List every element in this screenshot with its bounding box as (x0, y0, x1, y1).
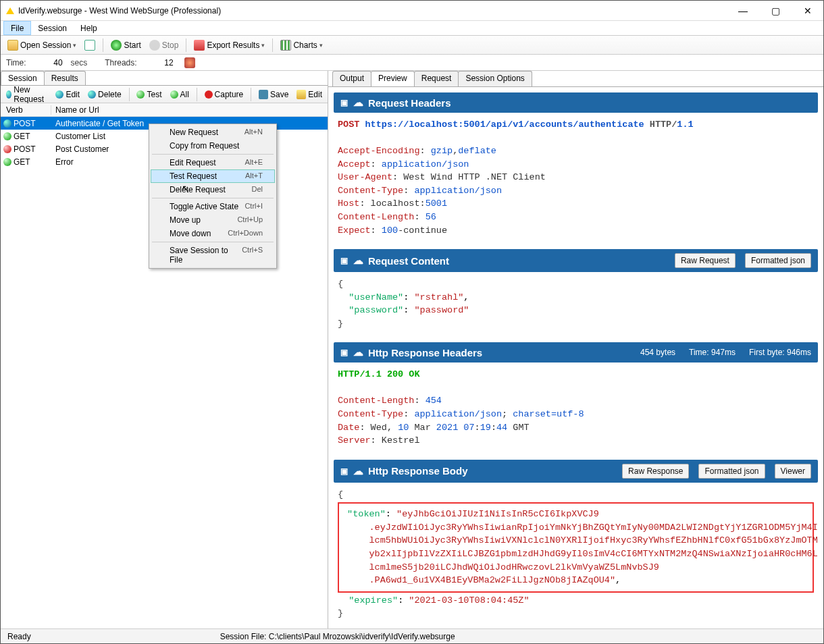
response-headers-code: HTTP/1.1 200 OK Content-Length: 454 Cont… (334, 363, 818, 454)
globe-icon (3, 119, 11, 128)
status-session-file: Session File: C:\clients\Paul Mrozowski\… (220, 632, 455, 641)
token-highlight-box: "token": "eyJhbGciOiJIUzI1NiIsInR5cCI6Ik… (338, 502, 814, 592)
collapse-icon[interactable]: ▣ (340, 348, 348, 357)
globe-icon (88, 90, 96, 99)
formatted-json-button[interactable]: Formatted json (698, 464, 765, 479)
tab-output[interactable]: Output (332, 71, 371, 86)
separator (152, 242, 274, 242)
recent-button[interactable] (82, 38, 98, 52)
globe-icon (55, 90, 63, 99)
minimize-button[interactable]: — (733, 5, 753, 16)
stop-icon (149, 40, 160, 51)
viewer-button[interactable]: Viewer (775, 464, 811, 479)
collapse-icon[interactable]: ▣ (340, 466, 348, 476)
separator (251, 88, 251, 101)
globe-icon (136, 90, 145, 99)
globe-icon (3, 158, 11, 166)
time-unit: secs (71, 58, 88, 68)
formatted-json-button[interactable]: Formatted json (745, 253, 811, 268)
raw-response-button[interactable]: Raw Response (622, 464, 689, 479)
save-button[interactable]: Save (256, 88, 291, 101)
threads-value[interactable]: 12 (143, 58, 176, 68)
window-title: IdVerify.websurge - West Wind WebSurge (… (18, 6, 733, 16)
chevron-down-icon: ▾ (319, 42, 323, 49)
tab-request[interactable]: Request (414, 71, 459, 86)
all-label: All (180, 90, 189, 99)
collapse-icon[interactable]: ▣ (340, 256, 348, 265)
delete-label: Delete (98, 90, 122, 99)
separator (186, 38, 186, 52)
ctx-move-down[interactable]: Move downCtrl+Down (151, 227, 275, 240)
preview-content[interactable]: ▣ ☁ Request Headers POST https://localho… (328, 87, 823, 628)
ctx-move-up[interactable]: Move upCtrl+Up (151, 213, 275, 227)
col-name[interactable]: Name or Url (51, 105, 328, 115)
test-button[interactable]: Test (134, 88, 164, 101)
cloud-download-icon: ☁ (353, 465, 363, 477)
ctx-toggle-active[interactable]: Toggle Active StateCtrl+I (151, 200, 275, 213)
chevron-down-icon: ▾ (261, 42, 265, 49)
start-button[interactable]: Start (108, 38, 143, 52)
ctx-test-request[interactable]: Test RequestAlt+T (151, 169, 275, 183)
gear-icon[interactable] (184, 57, 195, 68)
export-results-button[interactable]: Export Results▾ (191, 38, 267, 52)
maximize-button[interactable]: ▢ (765, 5, 786, 16)
menu-file[interactable]: File (3, 21, 31, 35)
globe-icon (3, 145, 11, 153)
capture-label: Capture (215, 90, 244, 99)
menubar: File Session Help (1, 21, 823, 36)
separator (197, 88, 197, 101)
verb-cell: GET (14, 157, 30, 167)
edit-file-button[interactable]: Edit (294, 88, 325, 101)
verb-cell: GET (14, 132, 30, 141)
raw-request-button[interactable]: Raw Request (675, 253, 736, 268)
main-split: Session Results New Request Edit Delete … (1, 71, 823, 628)
request-body-code: { "userName": "rstrahl", "password": "pa… (334, 272, 818, 337)
ctx-delete-request[interactable]: Delete RequestDel (151, 183, 275, 196)
ctx-new-request[interactable]: New RequestAlt+N (151, 126, 275, 139)
tab-preview[interactable]: Preview (371, 71, 415, 86)
capture-button[interactable]: Capture (202, 88, 247, 101)
stop-button[interactable]: Stop (147, 38, 182, 52)
col-verb[interactable]: Verb (1, 105, 51, 115)
test-label: Test (147, 90, 161, 99)
left-pane: Session Results New Request Edit Delete … (1, 71, 328, 628)
menu-session[interactable]: Session (31, 21, 74, 35)
all-button[interactable]: All (168, 88, 192, 101)
close-button[interactable]: ✕ (798, 5, 818, 16)
statusbar: Ready Session File: C:\clients\Paul Mroz… (1, 628, 823, 643)
new-request-button[interactable]: New Request (3, 84, 50, 105)
collapse-icon[interactable]: ▣ (340, 98, 348, 107)
charts-button[interactable]: Charts▾ (278, 38, 325, 52)
record-icon (205, 90, 213, 99)
ctx-copy-from-request[interactable]: Copy from Request (151, 139, 275, 153)
cloud-download-icon: ☁ (353, 254, 363, 267)
section-title: Request Content (368, 255, 449, 267)
section-title: Http Response Body (368, 465, 468, 477)
response-body-code: { "token": "eyJhbGciOiJIUzI1NiIsInR5cCI6… (334, 483, 818, 627)
globe-icon (3, 132, 11, 140)
ctx-edit-request[interactable]: Edit RequestAlt+E (151, 156, 275, 169)
window-buttons: — ▢ ✕ (733, 5, 818, 16)
verb-cell: POST (14, 119, 36, 128)
delete-button[interactable]: Delete (85, 88, 124, 101)
section-request-content: ▣ ☁ Request Content Raw Request Formatte… (334, 249, 818, 272)
globe-icon (170, 90, 178, 99)
menu-help[interactable]: Help (74, 21, 104, 35)
context-menu: New RequestAlt+N Copy from Request Edit … (149, 124, 277, 269)
list-header: Verb Name or Url (1, 103, 328, 117)
edit-button[interactable]: Edit (53, 88, 82, 101)
play-icon (111, 40, 122, 51)
save-label: Save (270, 90, 288, 99)
section-title: Http Response Headers (368, 347, 482, 358)
time-label: Time: (6, 58, 26, 68)
start-label: Start (124, 41, 140, 50)
section-request-headers: ▣ ☁ Request Headers (334, 92, 818, 113)
firstbyte-meta: First byte: 946ms (749, 348, 811, 357)
folder-icon (7, 40, 18, 51)
section-response-body: ▣ ☁ Http Response Body Raw Response Form… (334, 460, 818, 483)
tab-session-options[interactable]: Session Options (458, 71, 532, 86)
open-session-button[interactable]: Open Session ▾ (5, 38, 79, 52)
time-value[interactable]: 40 (32, 58, 66, 68)
request-list[interactable]: POST Authenticate / Get Token GET Custom… (1, 117, 328, 628)
ctx-save-session[interactable]: Save Session to FileCtrl+S (151, 244, 275, 267)
